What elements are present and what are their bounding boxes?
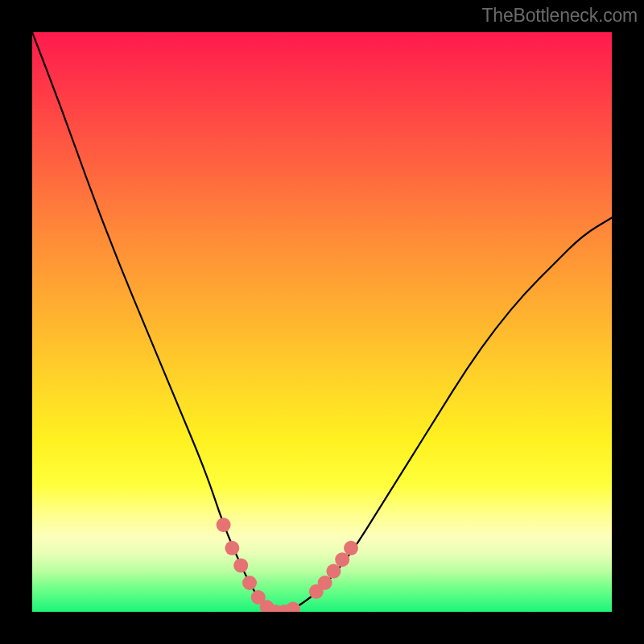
- curve-marker: [335, 552, 349, 567]
- watermark-text: TheBottleneck.com: [482, 5, 638, 27]
- curve-marker: [233, 558, 248, 572]
- plot-area: [32, 32, 612, 612]
- curve-marker: [217, 518, 231, 532]
- curve-marker: [242, 576, 257, 590]
- curve-marker: [344, 541, 358, 555]
- curve-layer: [32, 32, 612, 612]
- curve-marker: [225, 541, 239, 555]
- curve-marker: [326, 564, 341, 579]
- chart-frame: TheBottleneck.com: [0, 0, 644, 644]
- curve-marker: [318, 576, 332, 590]
- curve-markers: [217, 518, 358, 612]
- bottleneck-curve: [32, 32, 612, 612]
- curve-marker: [286, 601, 300, 612]
